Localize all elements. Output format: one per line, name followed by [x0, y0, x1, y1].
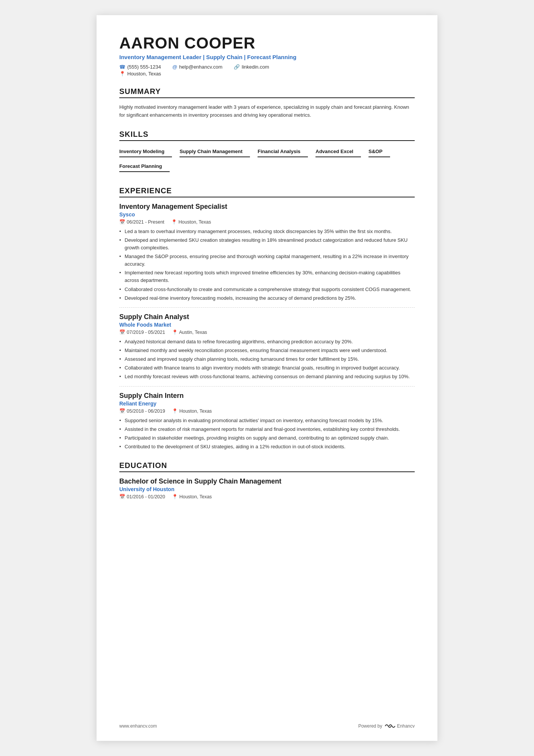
bullet-item: Assessed and improved supply chain plann…: [119, 355, 415, 363]
resume-page: AARON COOPER Inventory Management Leader…: [97, 15, 437, 741]
contact-row-1: ☎ (555) 555-1234 @ help@enhancv.com 🔗 li…: [119, 64, 415, 70]
email-value: help@enhancv.com: [179, 64, 222, 70]
jobs-container: Inventory Management SpecialistSysco📅 06…: [119, 203, 415, 451]
bullet-item: Implemented new forecast reporting tools…: [119, 269, 415, 284]
skill-item: Financial Analysis: [258, 146, 308, 157]
skills-section: SKILLS Inventory ModelingSupply Chain Ma…: [119, 130, 415, 176]
candidate-title: Inventory Management Leader | Supply Cha…: [119, 54, 415, 60]
email-icon: @: [172, 64, 177, 70]
company-name: Sysco: [119, 211, 415, 218]
bullet-item: Contributed to the development of SKU st…: [119, 443, 415, 451]
footer: www.enhancv.com Powered by Enhancv: [119, 723, 415, 729]
summary-title: SUMMARY: [119, 87, 415, 98]
edu-date: 📅 01/2016 - 01/2020: [119, 494, 165, 499]
experience-section: EXPERIENCE Inventory Management Speciali…: [119, 186, 415, 451]
link-icon: 🔗: [234, 64, 240, 70]
skill-item: Forecast Planning: [119, 161, 170, 172]
education-entry: Bachelor of Science in Supply Chain Mana…: [119, 477, 415, 499]
location-icon: 📍: [119, 71, 125, 77]
bullet-list: Led a team to overhaul inventory managem…: [119, 228, 415, 302]
bullet-item: Managed the S&OP process, ensuring preci…: [119, 253, 415, 268]
skill-item: Advanced Excel: [315, 146, 361, 157]
job-title: Supply Chain Intern: [119, 392, 415, 400]
job-location: 📍 Austin, Texas: [172, 329, 207, 335]
education-title: EDUCATION: [119, 461, 415, 472]
experience-title: EXPERIENCE: [119, 186, 415, 197]
bullet-item: Analyzed historical demand data to refin…: [119, 338, 415, 346]
skill-item: S&OP: [368, 146, 390, 157]
job-date: 📅 07/2019 - 05/2021: [119, 329, 165, 335]
candidate-name: AARON COOPER: [119, 34, 415, 52]
bullet-item: Collaborated cross-functionally to creat…: [119, 286, 415, 293]
bullet-item: Maintained monthly and weekly reconcilia…: [119, 347, 415, 354]
brand-name: Enhancv: [397, 723, 415, 729]
enhancv-logo: Enhancv: [384, 723, 415, 729]
header: AARON COOPER Inventory Management Leader…: [119, 34, 415, 77]
email-contact: @ help@enhancv.com: [172, 64, 222, 70]
summary-text: Highly motivated inventory management le…: [119, 103, 415, 119]
edu-school: University of Houston: [119, 486, 415, 492]
edu-degree: Bachelor of Science in Supply Chain Mana…: [119, 477, 415, 485]
company-name: Reliant Energy: [119, 401, 415, 407]
job-meta: 📅 05/2018 - 06/2019📍 Houston, Texas: [119, 408, 415, 414]
linkedin-value: linkedin.com: [242, 64, 269, 70]
linkedin-contact: 🔗 linkedin.com: [234, 64, 269, 70]
bullet-item: Led a team to overhaul inventory managem…: [119, 228, 415, 235]
footer-website: www.enhancv.com: [119, 723, 157, 729]
bullet-item: Developed real-time inventory forecastin…: [119, 294, 415, 302]
company-name: Whole Foods Market: [119, 322, 415, 328]
phone-contact: ☎ (555) 555-1234: [119, 64, 161, 70]
phone-value: (555) 555-1234: [127, 64, 161, 70]
job-title: Supply Chain Analyst: [119, 313, 415, 321]
powered-by-text: Powered by: [358, 723, 382, 729]
footer-brand: Powered by Enhancv: [358, 723, 415, 729]
skill-item: Supply Chain Management: [180, 146, 250, 157]
job-date: 📅 05/2018 - 06/2019: [119, 408, 165, 414]
job-meta: 📅 07/2019 - 05/2021📍 Austin, Texas: [119, 329, 415, 335]
bullet-item: Developed and implemented SKU creation s…: [119, 236, 415, 252]
phone-icon: ☎: [119, 64, 125, 70]
summary-section: SUMMARY Highly motivated inventory manag…: [119, 87, 415, 119]
bullet-item: Participated in stakeholder meetings, pr…: [119, 434, 415, 442]
job-date: 📅 06/2021 - Present: [119, 219, 164, 225]
job-entry: Supply Chain AnalystWhole Foods Market📅 …: [119, 307, 415, 381]
job-title: Inventory Management Specialist: [119, 203, 415, 211]
bullet-item: Assisted in the creation of risk managem…: [119, 426, 415, 433]
skills-grid: Inventory ModelingSupply Chain Managemen…: [119, 146, 415, 176]
bullet-list: Supported senior analysts in evaluating …: [119, 417, 415, 451]
education-container: Bachelor of Science in Supply Chain Mana…: [119, 477, 415, 499]
location-value: Houston, Texas: [127, 71, 161, 77]
logo-svg: [384, 723, 396, 729]
bullet-item: Led monthly forecast reviews with cross-…: [119, 373, 415, 380]
job-location: 📍 Houston, Texas: [171, 219, 211, 225]
bullet-list: Analyzed historical demand data to refin…: [119, 338, 415, 381]
job-location: 📍 Houston, Texas: [172, 408, 212, 414]
job-entry: Inventory Management SpecialistSysco📅 06…: [119, 203, 415, 302]
contact-row-2: 📍 Houston, Texas: [119, 71, 415, 77]
bullet-item: Supported senior analysts in evaluating …: [119, 417, 415, 424]
education-section: EDUCATION Bachelor of Science in Supply …: [119, 461, 415, 499]
skill-item: Inventory Modeling: [119, 146, 172, 157]
job-entry: Supply Chain InternReliant Energy📅 05/20…: [119, 386, 415, 451]
edu-meta: 📅 01/2016 - 01/2020📍 Houston, Texas: [119, 494, 415, 499]
edu-location: 📍 Houston, Texas: [172, 494, 212, 499]
job-meta: 📅 06/2021 - Present📍 Houston, Texas: [119, 219, 415, 225]
skills-title: SKILLS: [119, 130, 415, 141]
bullet-item: Collaborated with finance teams to align…: [119, 364, 415, 372]
location-contact: 📍 Houston, Texas: [119, 71, 161, 77]
